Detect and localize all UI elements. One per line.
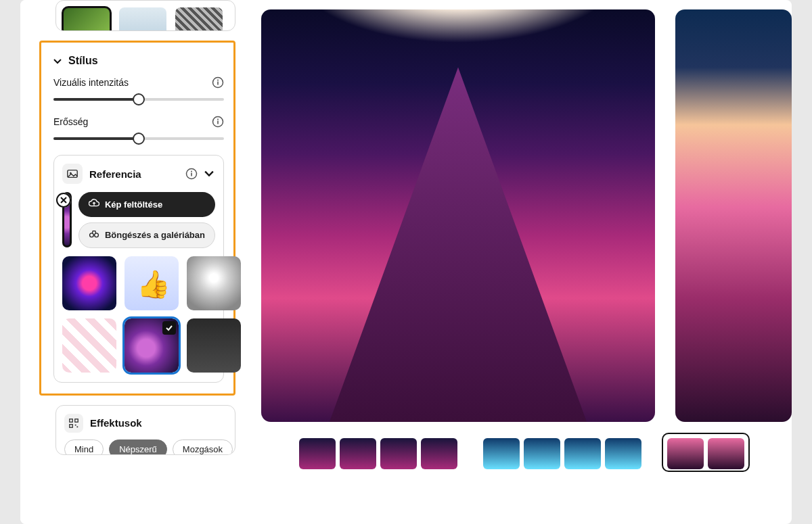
strength-group: Erősség <box>53 116 224 145</box>
strength-slider[interactable] <box>53 132 224 145</box>
image-icon <box>62 164 83 184</box>
upload-image-label: Kép feltöltése <box>105 199 162 210</box>
svg-rect-15 <box>70 425 72 427</box>
svg-point-12 <box>95 233 99 237</box>
visual-intensity-slider[interactable] <box>53 93 224 106</box>
info-icon[interactable] <box>212 116 224 128</box>
generated-image[interactable] <box>675 9 792 422</box>
svg-rect-2 <box>217 82 219 85</box>
svg-point-1 <box>217 80 219 81</box>
effects-tab-movements[interactable]: Mozgások <box>173 439 233 455</box>
variation-set[interactable] <box>478 433 647 472</box>
generated-image[interactable] <box>261 9 655 422</box>
svg-rect-16 <box>75 425 76 426</box>
sidebar: Stílus Vizuális intenzitás <box>20 0 254 524</box>
qr-icon <box>64 414 83 433</box>
style-panel-title: Stílus <box>68 55 98 67</box>
variation-strips <box>261 433 792 472</box>
effects-tab-popular[interactable]: Népszerű <box>109 439 167 455</box>
reference-thumb[interactable] <box>187 256 241 310</box>
info-icon[interactable] <box>212 76 224 89</box>
binoculars-icon <box>89 229 99 242</box>
svg-point-9 <box>191 171 192 172</box>
effects-card: Effektusok Mind Népszerű Mozgások <box>55 405 235 455</box>
preset-strip <box>55 0 235 31</box>
upload-icon <box>89 198 99 211</box>
info-icon[interactable] <box>185 168 198 180</box>
svg-point-11 <box>89 233 93 237</box>
reference-title: Referencia <box>89 168 179 180</box>
strength-label: Erősség <box>53 116 88 127</box>
browse-gallery-label: Böngészés a galériában <box>105 231 205 241</box>
preset-thumb[interactable] <box>119 7 166 31</box>
visual-intensity-group: Vizuális intenzitás <box>53 76 224 106</box>
reference-thumb[interactable] <box>62 318 116 373</box>
effects-title: Effektusok <box>90 417 142 429</box>
svg-rect-14 <box>75 419 78 422</box>
variation-set[interactable] <box>662 433 750 472</box>
reference-preview[interactable] <box>62 192 72 247</box>
remove-reference-button[interactable] <box>56 193 71 208</box>
visual-intensity-label: Vizuális intenzitás <box>53 77 129 88</box>
style-panel: Stílus Vizuális intenzitás <box>39 41 235 396</box>
app-frame: Stílus Vizuális intenzitás <box>20 0 792 524</box>
results-area <box>254 0 792 524</box>
style-panel-header[interactable]: Stílus <box>53 55 224 67</box>
svg-point-4 <box>217 119 219 120</box>
effects-tab-all[interactable]: Mind <box>64 439 104 455</box>
reference-thumb[interactable] <box>125 318 179 373</box>
reference-thumb[interactable] <box>187 318 241 373</box>
chevron-down-icon[interactable] <box>204 168 215 179</box>
variation-set[interactable] <box>294 433 463 472</box>
reference-gallery-grid <box>62 256 215 373</box>
svg-rect-10 <box>191 173 192 176</box>
preset-thumb[interactable] <box>175 7 223 31</box>
chevron-down-icon <box>53 57 62 65</box>
check-icon <box>162 321 176 335</box>
svg-rect-13 <box>70 419 72 422</box>
reference-thumb[interactable] <box>125 256 179 310</box>
browse-gallery-button[interactable]: Böngészés a galériában <box>78 222 215 248</box>
preset-thumb[interactable] <box>63 7 110 31</box>
reference-card: Referencia <box>53 155 224 383</box>
svg-rect-5 <box>217 121 219 124</box>
svg-rect-17 <box>76 426 78 427</box>
reference-thumb[interactable] <box>62 256 116 310</box>
upload-image-button[interactable]: Kép feltöltése <box>78 192 215 217</box>
